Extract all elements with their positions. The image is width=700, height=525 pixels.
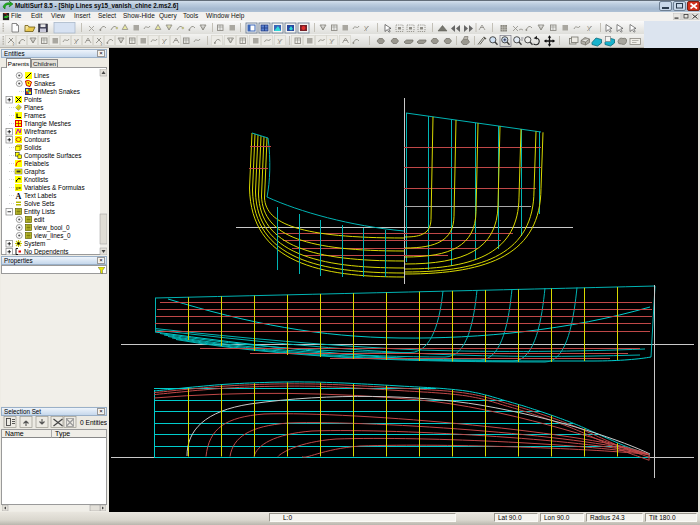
svg-text:Entity Lists: Entity Lists: [24, 208, 55, 216]
svg-text:,: ,: [94, 29, 95, 34]
svg-text:x=: x=: [16, 185, 22, 191]
svg-text:Variables & Formulas: Variables & Formulas: [24, 184, 85, 191]
svg-text:A: A: [16, 192, 22, 201]
svg-text:Solids: Solids: [24, 144, 41, 151]
svg-text:Triangle Meshes: Triangle Meshes: [24, 120, 71, 128]
svg-text:Contours: Contours: [24, 136, 50, 143]
svg-text:Text Labels: Text Labels: [24, 192, 56, 199]
svg-text:y: y: [101, 41, 103, 46]
svg-text:Lines: Lines: [34, 72, 49, 79]
svg-text:System: System: [24, 240, 45, 248]
svg-text:Solve Sets: Solve Sets: [24, 200, 55, 207]
svg-text:Wireframes: Wireframes: [24, 128, 57, 135]
svg-text:edit: edit: [34, 216, 45, 223]
svg-text:Points: Points: [24, 96, 42, 103]
svg-text:view_lines_0: view_lines_0: [34, 232, 71, 240]
svg-text:Frames: Frames: [24, 112, 46, 119]
svg-text:Relabels: Relabels: [24, 160, 49, 167]
svg-text:Composite Surfaces: Composite Surfaces: [24, 152, 82, 160]
svg-text:No Dependents: No Dependents: [24, 248, 68, 255]
svg-text:Planes: Planes: [24, 104, 44, 111]
svg-text:view_bool_0: view_bool_0: [34, 224, 70, 232]
svg-text:TriMesh Snakes: TriMesh Snakes: [34, 88, 80, 95]
svg-text:0 Entities: 0 Entities: [80, 419, 107, 426]
svg-text:Knotlists: Knotlists: [24, 176, 48, 183]
svg-text:Graphs: Graphs: [24, 168, 45, 176]
svg-text:y: y: [13, 41, 15, 46]
svg-text:Snakes: Snakes: [34, 80, 55, 87]
